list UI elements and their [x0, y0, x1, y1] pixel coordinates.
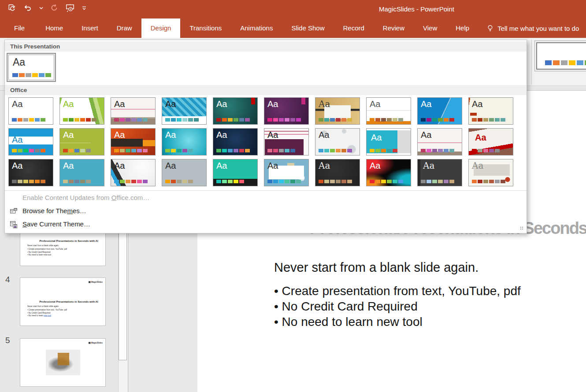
- office-theme-24[interactable]: Aa: [162, 159, 207, 186]
- office-theme-4[interactable]: Aa: [162, 97, 207, 125]
- office-theme-21[interactable]: Aa: [8, 159, 53, 186]
- tab-record[interactable]: Record: [334, 18, 373, 38]
- quick-access-toolbar: [7, 3, 87, 13]
- theme-swatches: [216, 149, 250, 152]
- color-swatch: [545, 60, 552, 65]
- tab-help[interactable]: Help: [446, 18, 478, 38]
- office-theme-29[interactable]: Aa: [417, 159, 462, 186]
- office-theme-18[interactable]: Aa: [366, 128, 411, 155]
- office-theme-23[interactable]: Aa: [111, 159, 156, 186]
- office-theme-12[interactable]: Aa: [59, 128, 104, 155]
- office-theme-14[interactable]: Aa: [162, 128, 207, 155]
- redo-icon[interactable]: [49, 3, 59, 13]
- deer-image: [46, 350, 80, 375]
- magicslides-logo-icon: [89, 281, 91, 283]
- theme-swatches: [421, 149, 454, 152]
- office-theme-5[interactable]: Aa: [213, 97, 258, 125]
- magicslides-logo: MagicSlides: [89, 281, 103, 283]
- theme-variant-thumbnail[interactable]: [534, 41, 586, 71]
- dropdown-resize-grip[interactable]: [519, 226, 524, 230]
- ribbon-tab-row: File Home Insert Draw Design Transitions…: [0, 18, 586, 38]
- theme-aa-label: Aa: [421, 129, 431, 140]
- theme-aa-label: Aa: [216, 160, 227, 171]
- office-theme-13[interactable]: Aa: [111, 128, 156, 155]
- section-header-office: Office: [5, 85, 527, 95]
- office-theme-26[interactable]: Aa: [264, 159, 309, 186]
- theme-aa-label: Aa: [63, 129, 74, 140]
- office-theme-6[interactable]: Aa: [264, 97, 309, 125]
- tell-me-box[interactable]: Tell me what you want to do: [486, 18, 579, 38]
- office-theme-16[interactable]: Aa: [264, 128, 309, 155]
- thumbnails-scrollbar-thumb[interactable]: [119, 220, 127, 360]
- theme-swatches: [421, 180, 454, 183]
- theme-aa-label: Aa: [165, 99, 176, 109]
- slide-bullet: • Create presentation from text, YouTube…: [274, 283, 521, 299]
- customize-quick-access-icon[interactable]: [81, 3, 87, 13]
- office-theme-9[interactable]: Aa: [417, 97, 462, 125]
- slide-bullet: • No Credit Card Required: [274, 299, 521, 314]
- save-autosync-icon[interactable]: [7, 3, 17, 13]
- tab-slide-show[interactable]: Slide Show: [282, 18, 334, 38]
- thumb-body: Never start from a blank slide again. • …: [27, 305, 102, 317]
- color-swatch: [26, 73, 31, 77]
- theme-aa-label: Aa: [319, 99, 330, 109]
- tab-transitions[interactable]: Transitions: [180, 18, 231, 38]
- menu-item-save-current-theme[interactable]: Save Current Theme…: [5, 218, 527, 230]
- slide-subtitle-text[interactable]: Never start from a blank slide again.: [274, 260, 478, 275]
- office-theme-1[interactable]: Aa: [8, 97, 53, 125]
- theme-aa-label: Aa: [267, 129, 278, 140]
- office-theme-17[interactable]: Aa: [315, 128, 360, 155]
- start-slideshow-icon[interactable]: [65, 3, 75, 13]
- tab-animations[interactable]: Animations: [231, 18, 282, 38]
- theme-swatches: [216, 118, 250, 122]
- office-theme-8[interactable]: Aa: [366, 97, 411, 125]
- undo-dropdown-chevron-icon[interactable]: [39, 3, 43, 13]
- office-theme-19[interactable]: Aa: [417, 128, 462, 155]
- theme-aa-label: Aa: [370, 160, 380, 171]
- office-theme-2[interactable]: Aa: [59, 97, 104, 125]
- office-theme-30[interactable]: Aa: [468, 159, 513, 186]
- menu-item-browse-for-themes[interactable]: Browse for Themes…: [5, 205, 527, 217]
- office-theme-10[interactable]: Aa: [468, 97, 513, 125]
- theme-swatches: [319, 180, 352, 183]
- slide-4-thumbnail[interactable]: MagicSlides Professional Presentations i…: [20, 277, 106, 326]
- theme-aa-label: Aa: [12, 160, 22, 171]
- theme-aa-label: Aa: [114, 99, 125, 109]
- color-swatch: [45, 73, 51, 77]
- color-swatch: [553, 60, 560, 65]
- browse-themes-icon: [10, 207, 18, 215]
- undo-icon[interactable]: [23, 3, 33, 13]
- office-theme-20[interactable]: Aa: [468, 128, 513, 155]
- office-theme-7[interactable]: Aa: [315, 97, 360, 125]
- magicslides-logo: MagicSlides: [89, 342, 103, 344]
- current-theme-thumbnail[interactable]: Aa: [7, 53, 56, 82]
- theme-aa-label: Aa: [63, 160, 74, 171]
- tab-insert[interactable]: Insert: [72, 18, 108, 38]
- office-theme-15[interactable]: Aa: [213, 128, 258, 155]
- theme-aa-label: Aa: [114, 129, 125, 140]
- office-theme-3[interactable]: Aa: [111, 97, 156, 125]
- theme-swatches: [63, 149, 91, 152]
- slide-5-thumbnail[interactable]: MagicSlides: [20, 338, 106, 387]
- variant-swatches: [545, 60, 586, 65]
- theme-aa-label: Aa: [267, 160, 278, 171]
- theme-swatches: [165, 180, 193, 183]
- office-theme-11[interactable]: Aa: [8, 128, 53, 155]
- slide-bullet-list[interactable]: • Create presentation from text, YouTube…: [274, 283, 521, 329]
- office-theme-22[interactable]: Aa: [59, 159, 104, 186]
- tab-view[interactable]: View: [414, 18, 446, 38]
- powerpoint-window: MagicSlides - PowerPoint File Home Inser…: [0, 0, 586, 392]
- theme-swatches: [472, 180, 505, 183]
- tab-design[interactable]: Design: [141, 18, 181, 38]
- office-theme-25[interactable]: Aa: [213, 159, 258, 186]
- office-theme-28[interactable]: Aa: [366, 159, 411, 186]
- theme-swatches: [370, 118, 403, 122]
- tab-home[interactable]: Home: [36, 18, 72, 38]
- theme-swatches: [114, 149, 148, 152]
- office-theme-27[interactable]: Aa: [315, 159, 360, 186]
- theme-aa-label: Aa: [371, 132, 382, 143]
- tab-file[interactable]: File: [6, 18, 33, 38]
- tab-draw[interactable]: Draw: [108, 18, 141, 38]
- tab-review[interactable]: Review: [374, 18, 414, 38]
- theme-aa-label: Aa: [165, 160, 176, 171]
